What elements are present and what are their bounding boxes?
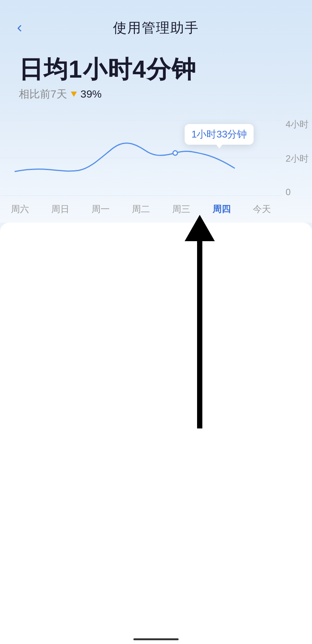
back-icon	[15, 24, 24, 33]
y-label-2h: 2小时	[282, 153, 312, 165]
trend-down-icon	[71, 92, 77, 97]
back-button[interactable]	[11, 20, 28, 37]
annotation-arrow	[0, 211, 312, 445]
page-root: 使用管理助手 日均1小时4分钟 相比前7天 39%	[0, 0, 312, 644]
x-label-0: 周六	[0, 203, 40, 215]
trend-pct: 39%	[81, 88, 102, 100]
tooltip-value: 1小时33分钟	[191, 128, 247, 140]
chart-inner: 4小时 2小时 0 1小时33分钟	[0, 116, 312, 199]
chart-tooltip: 1小时33分钟	[185, 124, 254, 145]
x-label-2: 周一	[81, 203, 121, 215]
home-indicator	[133, 638, 179, 640]
x-label-1: 周日	[40, 203, 81, 215]
page-title: 使用管理助手	[113, 19, 199, 37]
x-label-4: 周三	[161, 203, 201, 215]
chart-active-dot	[173, 151, 177, 155]
chart-x-wrapper: 周六 周日 周一 周二 周三 周四 今天	[0, 199, 312, 219]
stats-area: 日均1小时4分钟 相比前7天 39%	[0, 45, 312, 105]
x-label-6: 今天	[242, 203, 282, 215]
comparison-row: 相比前7天 39%	[19, 87, 293, 101]
y-label-4h: 4小时	[282, 118, 312, 130]
upper-section: 使用管理助手 日均1小时4分钟 相比前7天 39%	[0, 0, 312, 223]
daily-avg-label: 日均1小时4分钟	[19, 56, 293, 83]
chart-container: 4小时 2小时 0 1小时33分钟 周六 周日 周一 周二 周三 周四	[0, 113, 312, 223]
x-label-5-active: 周四	[201, 203, 242, 215]
chart-y-labels: 4小时 2小时 0	[282, 116, 312, 199]
x-labels: 周六 周日 周一 周二 周三 周四 今天	[0, 199, 282, 219]
content-area	[0, 223, 312, 637]
y-label-0: 0	[282, 187, 312, 197]
header: 使用管理助手	[0, 0, 312, 45]
down-arrow-icon	[71, 92, 77, 97]
x-label-3: 周二	[121, 203, 161, 215]
comparison-prefix: 相比前7天	[19, 87, 67, 101]
